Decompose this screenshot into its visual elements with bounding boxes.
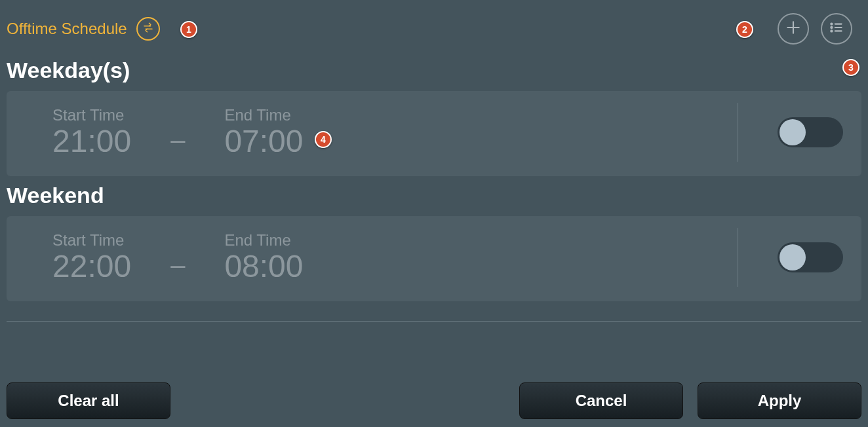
clear-all-button[interactable]: Clear all: [7, 382, 170, 419]
weekend-schedule-card: Start Time 22:00 – End Time 08:00: [7, 216, 861, 301]
toggle-knob: [779, 244, 806, 270]
svg-point-2: [831, 30, 832, 31]
cancel-button[interactable]: Cancel: [519, 382, 683, 419]
weekday-heading: Weekday(s): [0, 51, 868, 91]
weekend-start-time[interactable]: 22:00: [52, 250, 131, 284]
help-badge-2: 2: [736, 21, 753, 38]
help-badge-4: 4: [315, 131, 332, 148]
weekday-schedule-card: Start Time 21:00 – End Time 07:00: [7, 91, 861, 176]
weekend-end-time[interactable]: 08:00: [224, 250, 303, 284]
list-icon: [828, 19, 845, 39]
help-badge-3: 3: [842, 59, 859, 76]
end-time-label: End Time: [224, 106, 303, 124]
apply-button[interactable]: Apply: [698, 382, 861, 419]
weekend-enable-toggle[interactable]: [778, 242, 843, 272]
help-badge-1: 1: [180, 21, 197, 38]
weekday-end-time[interactable]: 07:00: [224, 124, 303, 159]
time-separator: –: [170, 109, 185, 155]
svg-point-0: [831, 24, 832, 25]
divider-vertical: [738, 228, 738, 287]
start-time-label: Start Time: [52, 231, 131, 250]
start-time-label: Start Time: [52, 106, 131, 124]
swap-schedule-button[interactable]: [136, 17, 160, 41]
list-view-button[interactable]: [821, 13, 852, 45]
toggle-knob: [779, 119, 806, 145]
time-separator: –: [170, 234, 185, 280]
weekday-enable-toggle[interactable]: [778, 117, 843, 147]
weekend-heading: Weekend: [0, 176, 868, 216]
divider-horizontal: [7, 321, 861, 322]
page-title: Offtime Schedule: [7, 20, 127, 38]
footer-bar: Clear all Cancel Apply: [0, 382, 868, 419]
svg-point-1: [831, 27, 832, 28]
add-schedule-button[interactable]: [778, 13, 809, 45]
weekday-start-time[interactable]: 21:00: [52, 124, 131, 159]
plus-icon: [785, 19, 802, 39]
end-time-label: End Time: [224, 231, 303, 250]
divider-vertical: [738, 103, 738, 162]
swap-horizontal-icon: [142, 22, 154, 36]
